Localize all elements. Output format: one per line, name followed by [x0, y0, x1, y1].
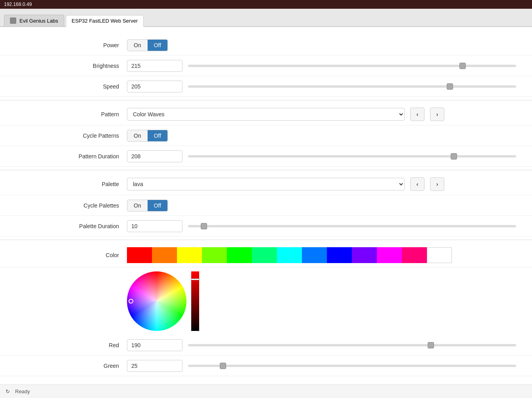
status-text: Ready — [15, 388, 30, 389]
tab-egl[interactable]: Evil Genius Labs — [4, 15, 64, 26]
palette-duration-input[interactable] — [127, 220, 182, 232]
power-on-btn[interactable]: On — [127, 40, 148, 51]
pattern-duration-slider[interactable] — [188, 155, 516, 158]
palette-controls: lava ocean forest rainbow party cloud ‹ … — [127, 177, 516, 191]
red-input[interactable] — [127, 339, 182, 351]
status-bar: ↻ Ready — [0, 385, 532, 389]
green-input[interactable] — [127, 360, 182, 372]
red-label: Red — [0, 342, 127, 348]
swatch-spring-green[interactable] — [252, 247, 277, 263]
sep2 — [0, 170, 532, 170]
green-row: Green — [0, 356, 532, 376]
tab-esp32[interactable]: ESP32 FastLED Web Server — [66, 15, 144, 27]
cycle-palettes-toggle: On Off — [127, 200, 168, 211]
color-controls — [127, 247, 516, 263]
speed-slider[interactable] — [188, 85, 516, 88]
swatch-red[interactable] — [127, 247, 152, 263]
main-content: Power On Off Brightness Speed Patt — [0, 27, 532, 389]
palette-duration-slider-wrap — [188, 225, 516, 227]
swatch-white[interactable] — [427, 247, 452, 263]
color-wheel[interactable] — [127, 271, 186, 331]
brightness-slider-wrap — [188, 65, 516, 67]
pattern-select[interactable]: Color Waves Rainbow Fire Twinkle Dots Li… — [127, 108, 405, 121]
swatch-yellow[interactable] — [177, 247, 202, 263]
power-off-btn[interactable]: Off — [148, 40, 167, 51]
palette-next-btn[interactable]: › — [430, 177, 444, 191]
speed-row: Speed — [0, 76, 532, 97]
green-label: Green — [0, 363, 127, 369]
swatch-blue[interactable] — [327, 247, 352, 263]
palette-duration-slider[interactable] — [188, 225, 516, 227]
green-slider-wrap — [188, 365, 516, 367]
refresh-icon: ↻ — [6, 388, 12, 390]
sep1 — [0, 100, 532, 100]
cycle-patterns-row: Cycle Patterns On Off — [0, 125, 532, 146]
color-brightness-bar[interactable] — [191, 271, 199, 331]
palette-duration-row: Palette Duration — [0, 216, 532, 236]
swatch-cyan[interactable] — [277, 247, 302, 263]
brightness-input[interactable] — [127, 60, 182, 72]
color-wheel-wrap[interactable] — [127, 271, 186, 331]
tab-esp32-label: ESP32 FastLED Web Server — [72, 18, 138, 24]
green-controls — [127, 360, 516, 372]
pattern-duration-row: Pattern Duration — [0, 146, 532, 167]
cycle-palettes-label: Cycle Palettes — [0, 202, 127, 209]
brightness-controls — [127, 60, 516, 72]
cycle-palettes-controls: On Off — [127, 200, 516, 211]
color-row: Color — [0, 243, 532, 267]
color-picker-inner — [127, 271, 532, 331]
palette-row: Palette lava ocean forest rainbow party … — [0, 173, 532, 195]
cycle-patterns-off-btn[interactable]: Off — [148, 130, 167, 141]
pattern-controls: Color Waves Rainbow Fire Twinkle Dots Li… — [127, 108, 516, 121]
power-toggle: On Off — [127, 39, 168, 51]
palette-select[interactable]: lava ocean forest rainbow party cloud — [127, 178, 405, 190]
palette-prev-btn[interactable]: ‹ — [410, 177, 424, 191]
color-swatches — [127, 247, 452, 263]
pattern-row: Pattern Color Waves Rainbow Fire Twinkle… — [0, 104, 532, 125]
speed-label: Speed — [0, 83, 127, 90]
color-picker-container — [0, 267, 532, 335]
pattern-duration-label: Pattern Duration — [0, 153, 127, 160]
brightness-row: Brightness — [0, 56, 532, 76]
swatch-dodger-blue[interactable] — [302, 247, 327, 263]
power-row: Power On Off — [0, 35, 532, 56]
sep3 — [0, 240, 532, 240]
swatch-green[interactable] — [227, 247, 252, 263]
pattern-label: Pattern — [0, 111, 127, 117]
swatch-rose[interactable] — [402, 247, 427, 263]
speed-input[interactable] — [127, 81, 182, 92]
wheel-cursor — [129, 299, 133, 304]
address-bar: 192.168.0.49 — [0, 0, 532, 9]
cycle-patterns-on-btn[interactable]: On — [127, 130, 148, 141]
swatch-violet[interactable] — [352, 247, 377, 263]
swatch-chartreuse[interactable] — [202, 247, 227, 263]
tab-egl-label: Evil Genius Labs — [19, 18, 58, 24]
palette-label: Palette — [0, 181, 127, 187]
cycle-patterns-label: Cycle Patterns — [0, 133, 127, 139]
power-controls: On Off — [127, 39, 516, 51]
red-controls — [127, 339, 516, 351]
cycle-palettes-on-btn[interactable]: On — [127, 200, 148, 211]
tab-bar: Evil Genius Labs ESP32 FastLED Web Serve… — [0, 9, 532, 27]
pattern-duration-controls — [127, 150, 516, 162]
red-slider[interactable] — [188, 344, 516, 346]
palette-duration-controls — [127, 220, 516, 232]
cycle-palettes-off-btn[interactable]: Off — [148, 200, 167, 211]
pattern-duration-slider-wrap — [188, 155, 516, 158]
power-label: Power — [0, 42, 127, 48]
swatch-magenta[interactable] — [377, 247, 402, 263]
palette-duration-label: Palette Duration — [0, 223, 127, 229]
green-slider[interactable] — [188, 365, 516, 367]
speed-slider-wrap — [188, 85, 516, 88]
cycle-patterns-toggle: On Off — [127, 130, 168, 142]
pattern-next-btn[interactable]: › — [430, 108, 444, 121]
pattern-duration-input[interactable] — [127, 150, 182, 162]
url-text: 192.168.0.49 — [4, 2, 32, 7]
cycle-patterns-controls: On Off — [127, 130, 516, 142]
brightness-slider[interactable] — [188, 65, 516, 67]
swatch-orange[interactable] — [152, 247, 177, 263]
color-label: Color — [0, 252, 127, 258]
pattern-prev-btn[interactable]: ‹ — [410, 108, 424, 121]
brightness-thumb — [191, 279, 200, 280]
favicon-egl — [10, 17, 16, 24]
